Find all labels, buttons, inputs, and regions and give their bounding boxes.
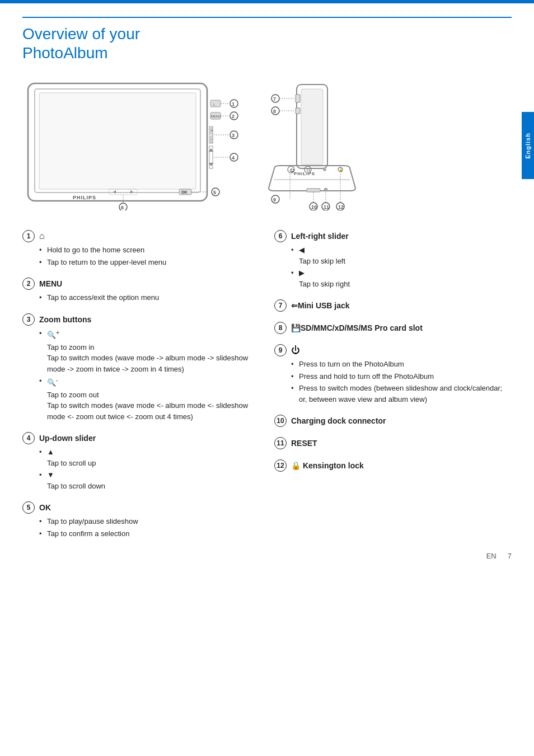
item-4-bullets: ▲ Tap to scroll up ▼ Tap to scroll down	[39, 447, 257, 491]
svg-text:4: 4	[232, 155, 235, 161]
svg-text:10: 10	[311, 204, 317, 210]
item-1-symbol: ⌂	[39, 231, 45, 241]
item-11-header: 11 RESET	[274, 437, 512, 449]
item-4-title: Up-down slider	[39, 434, 96, 443]
svg-point-65	[324, 188, 327, 191]
item-1-header: 1 ⌂	[22, 230, 257, 242]
svg-text:1: 1	[232, 101, 235, 107]
item-4-up-text: Tap to scroll up	[47, 458, 257, 469]
svg-text:6: 6	[121, 205, 124, 210]
svg-text:3: 3	[232, 133, 235, 138]
item-1-number: 1	[22, 230, 35, 242]
svg-text:⌂: ⌂	[213, 102, 215, 106]
item-2-bullet-1: Tap to access/exit the option menu	[39, 292, 257, 303]
svg-marker-30	[130, 190, 133, 194]
svg-rect-43	[296, 95, 300, 102]
item-1-section: 1 ⌂ Hold to go to the home screen Tap to…	[22, 230, 257, 267]
item-10-section: 10 Charging dock connector	[274, 415, 512, 427]
item-8-section: 8 💾SD/MMC/xD/MS/MS Pro card slot	[274, 322, 512, 334]
item-9-header: 9 ⏻	[274, 344, 512, 356]
item-3-number: 3	[22, 313, 35, 326]
item-10-number: 10	[274, 415, 287, 427]
item-5-section: 5 OK Tap to play/pause slideshow Tap to …	[22, 501, 257, 539]
item-8-header: 8 💾SD/MMC/xD/MS/MS Pro card slot	[274, 322, 512, 334]
item-11-section: 11 RESET	[274, 437, 512, 449]
svg-text:+: +	[211, 129, 213, 133]
item-9-symbol: ⏻	[291, 345, 300, 355]
item-3-zoom-out-text: Tap to zoom outTap to switch modes (wave…	[47, 389, 257, 422]
item-3-zoom-out-symbol: 🔍- Tap to zoom outTap to switch modes (w…	[39, 375, 257, 422]
item-4-header: 4 Up-down slider	[22, 432, 257, 444]
content-right: 6 Left-right slider ◀ Tap to skip left ▶…	[274, 230, 512, 549]
item-4-section: 4 Up-down slider ▲ Tap to scroll up ▼ Ta…	[22, 432, 257, 491]
item-3-zoom-in-symbol: 🔍+ Tap to zoom inTap to switch modes (wa…	[39, 328, 257, 374]
page-title: Overview of your PhotoAlbum	[22, 17, 512, 62]
page-number: 7	[508, 552, 512, 560]
item-12-title: 🔒 Kensington lock	[291, 461, 364, 470]
item-7-section: 7 ⇐Mini USB jack	[274, 299, 512, 312]
item-5-number: 5	[22, 501, 35, 514]
svg-text:PHILIPS: PHILIPS	[73, 195, 96, 200]
svg-text:12: 12	[338, 204, 344, 210]
item-1-bullet-1: Hold to go to the home screen	[39, 245, 257, 256]
item-6-bullet-right: ▶ Tap to skip right	[291, 267, 512, 289]
svg-rect-47	[296, 108, 300, 114]
content-left: 1 ⌂ Hold to go to the home screen Tap to…	[22, 230, 257, 549]
svg-rect-2	[39, 93, 196, 189]
item-2-bullets: Tap to access/exit the option menu	[39, 292, 257, 303]
item-6-bullets: ◀ Tap to skip left ▶ Tap to skip right	[291, 245, 512, 289]
svg-text:7: 7	[273, 96, 276, 102]
page-content: Overview of your PhotoAlbum PHILIPS ⌂ 1	[0, 0, 534, 571]
item-6-section: 6 Left-right slider ◀ Tap to skip left ▶…	[274, 230, 512, 289]
svg-text:⚙: ⚙	[306, 167, 311, 173]
item-8-title: 💾SD/MMC/xD/MS/MS Pro card slot	[291, 323, 423, 332]
item-9-number: 9	[274, 344, 287, 356]
item-2-header: 2 MENU	[22, 278, 257, 290]
item-8-number: 8	[274, 322, 287, 334]
diagram-side: PHILIPS 7 8 ⏻ ⚙	[257, 79, 493, 208]
svg-text:11: 11	[324, 204, 329, 210]
svg-text:OK: OK	[181, 190, 188, 194]
item-7-header: 7 ⇐Mini USB jack	[274, 299, 512, 312]
item-4-bullet-up: ▲ Tap to scroll up	[39, 447, 257, 468]
item-5-title: OK	[39, 503, 51, 512]
item-5-header: 5 OK	[22, 501, 257, 514]
item-3-bullets: 🔍+ Tap to zoom inTap to switch modes (wa…	[39, 328, 257, 422]
item-9-bullets: Press to turn on the PhotoAlbum Press an…	[291, 359, 512, 405]
en-label: EN	[486, 552, 496, 560]
svg-text:2: 2	[232, 114, 235, 119]
item-6-number: 6	[274, 230, 287, 242]
item-6-bullet-left: ◀ Tap to skip left	[291, 245, 512, 266]
item-1-bullet-2: Tap to return to the upper-level menu	[39, 257, 257, 268]
item-4-bullet-down: ▼ Tap to scroll down	[39, 469, 257, 491]
item-5-bullets: Tap to play/pause slideshow Tap to confi…	[39, 516, 257, 539]
item-5-bullet-2: Tap to confirm a selection	[39, 528, 257, 539]
item-1-bullets: Hold to go to the home screen Tap to ret…	[39, 245, 257, 267]
item-11-number: 11	[274, 437, 287, 449]
svg-rect-4	[210, 100, 221, 107]
item-11-title: RESET	[291, 439, 317, 448]
svg-text:🔒: 🔒	[339, 167, 344, 172]
item-6-right-text: Tap to skip right	[299, 279, 512, 290]
svg-text:⏻: ⏻	[289, 168, 294, 173]
svg-text:MENU: MENU	[211, 115, 221, 118]
item-12-section: 12 🔒 Kensington lock	[274, 459, 512, 472]
item-2-title: MENU	[39, 279, 62, 288]
item-6-title: Left-right slider	[291, 232, 349, 241]
item-3-title: Zoom buttons	[39, 315, 91, 324]
item-4-number: 4	[22, 432, 35, 444]
item-9-bullet-1: Press to turn on the PhotoAlbum	[291, 359, 512, 370]
item-6-left-text: Tap to skip left	[299, 256, 512, 267]
content-columns: 1 ⌂ Hold to go to the home screen Tap to…	[22, 230, 512, 549]
diagrams-row: PHILIPS ⌂ 1 MENU 2 + -	[22, 79, 512, 208]
item-4-down-text: Tap to scroll down	[47, 481, 257, 492]
item-9-bullet-3: Press to switch modes (between slideshow…	[291, 383, 512, 405]
item-3-header: 3 Zoom buttons	[22, 313, 257, 326]
item-3-zoom-in-text: Tap to zoom inTap to switch modes (wave …	[47, 342, 257, 375]
svg-text:8: 8	[273, 109, 276, 114]
svg-rect-40	[301, 89, 323, 165]
item-5-bullet-1: Tap to play/pause slideshow	[39, 516, 257, 527]
item-9-section: 9 ⏻ Press to turn on the PhotoAlbum Pres…	[274, 344, 512, 405]
svg-text:9: 9	[273, 197, 276, 203]
svg-text:PHILIPS: PHILIPS	[294, 171, 315, 176]
